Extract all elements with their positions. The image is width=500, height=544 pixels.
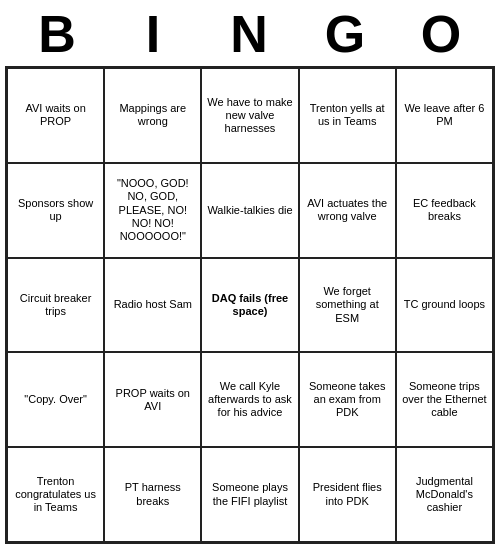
cell-r2-c4[interactable]: TC ground loops [396,258,493,353]
cell-r2-c1[interactable]: Radio host Sam [104,258,201,353]
cell-r4-c2[interactable]: Someone plays the FIFI playlist [201,447,298,542]
cell-r1-c1[interactable]: "NOOO, GOD! NO, GOD, PLEASE, NO! NO! NO!… [104,163,201,258]
cell-r0-c2[interactable]: We have to make new valve harnesses [201,68,298,163]
cell-r2-c0[interactable]: Circuit breaker trips [7,258,104,353]
cell-r1-c0[interactable]: Sponsors show up [7,163,104,258]
letter-g: G [298,4,394,64]
cell-r1-c4[interactable]: EC feedback breaks [396,163,493,258]
cell-r4-c4[interactable]: Judgmental McDonald's cashier [396,447,493,542]
cell-r3-c1[interactable]: PROP waits on AVI [104,352,201,447]
letter-o: O [394,4,490,64]
cell-r0-c0[interactable]: AVI waits on PROP [7,68,104,163]
cell-r3-c2[interactable]: We call Kyle afterwards to ask for his a… [201,352,298,447]
cell-r4-c1[interactable]: PT harness breaks [104,447,201,542]
cell-r3-c0[interactable]: "Copy. Over" [7,352,104,447]
letter-b: B [10,4,106,64]
cell-r0-c1[interactable]: Mappings are wrong [104,68,201,163]
bingo-grid: AVI waits on PROPMappings are wrongWe ha… [5,66,495,544]
cell-r3-c4[interactable]: Someone trips over the Ethernet cable [396,352,493,447]
cell-r2-c3[interactable]: We forget something at ESM [299,258,396,353]
cell-r3-c3[interactable]: Someone takes an exam from PDK [299,352,396,447]
bingo-title: B I N G O [10,0,490,66]
cell-r4-c0[interactable]: Trenton congratulates us in Teams [7,447,104,542]
cell-r0-c4[interactable]: We leave after 6 PM [396,68,493,163]
letter-n: N [202,4,298,64]
cell-r1-c3[interactable]: AVI actuates the wrong valve [299,163,396,258]
cell-r4-c3[interactable]: President flies into PDK [299,447,396,542]
cell-r0-c3[interactable]: Trenton yells at us in Teams [299,68,396,163]
cell-r1-c2[interactable]: Walkie-talkies die [201,163,298,258]
cell-r2-c2[interactable]: DAQ fails (free space) [201,258,298,353]
letter-i: I [106,4,202,64]
